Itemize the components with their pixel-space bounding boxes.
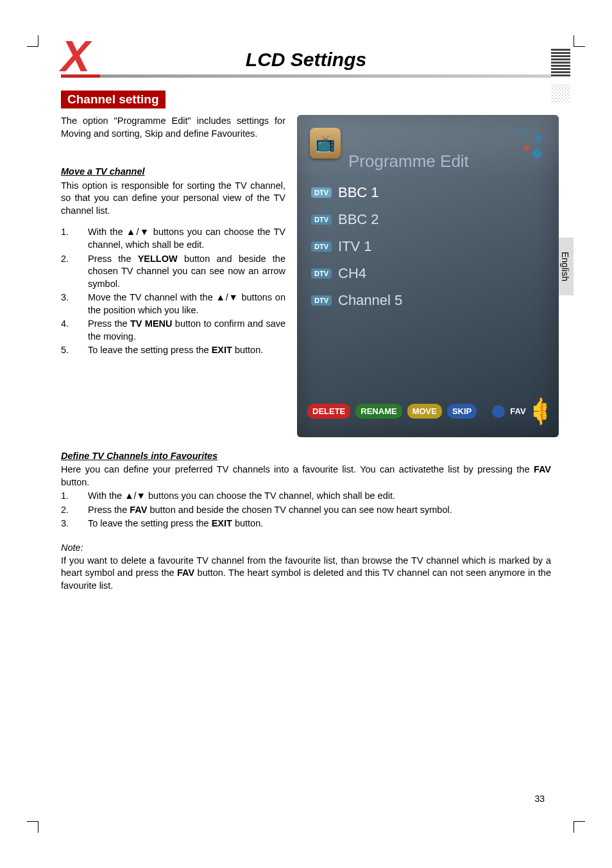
crop-mark — [574, 35, 585, 47]
language-tab: English — [557, 238, 574, 295]
dtv-tag: DTV — [311, 268, 332, 279]
osd-row[interactable]: DTVBBC 2 — [309, 206, 547, 233]
osd-footer: DELETE RENAME MOVE SKIP FAV 👍👎 — [297, 391, 559, 437]
note-label: Note: — [61, 542, 551, 555]
intro-text: The option "Programme Edit" includes set… — [61, 115, 285, 140]
osd-skip-button[interactable]: SKIP — [447, 404, 477, 419]
osd-row[interactable]: DTVITV 1 — [309, 233, 547, 260]
list-item: 3.Move the TV channel with the ▲/▼ butto… — [61, 291, 285, 317]
fav-circle-icon — [492, 405, 505, 418]
osd-row[interactable]: DTVCH4 — [309, 260, 547, 287]
dtv-tag: DTV — [311, 295, 332, 306]
header-x-ornament: X — [61, 41, 90, 72]
list-item: 5.To leave the setting press the EXIT bu… — [61, 344, 285, 357]
dtv-tag: DTV — [311, 214, 332, 225]
thumbs-icon: 👍👎 — [531, 399, 548, 424]
osd-rename-button[interactable]: RENAME — [355, 404, 402, 419]
note-text: If you want to delete a favourite TV cha… — [61, 555, 551, 593]
list-item: 3.To leave the setting press the EXIT bu… — [61, 517, 551, 530]
move-desc: This option is responsible for sorting t… — [61, 180, 285, 218]
osd-move-button[interactable]: MOVE — [407, 404, 442, 419]
move-heading: Move a TV channel — [61, 166, 285, 178]
dtv-tag: DTV — [311, 241, 332, 252]
fav-desc: Here you can define your preferred TV ch… — [61, 464, 551, 489]
list-item: 2.Press the YELLOW button and beside the… — [61, 253, 285, 291]
osd-screenshot: 📺 Programme Edit DTVBBC 1 DTVBBC 2 DTVIT… — [297, 115, 559, 437]
crop-mark — [574, 821, 585, 833]
crop-mark — [27, 35, 38, 47]
osd-row[interactable]: DTVBBC 1 — [309, 179, 547, 206]
dtv-tag: DTV — [311, 187, 332, 198]
move-steps: 1.With the ▲/▼ buttons you can choose th… — [61, 226, 285, 357]
list-item: 2.Press the FAV button and beside the ch… — [61, 504, 551, 517]
osd-title: Programme Edit — [348, 152, 469, 171]
header-dots-ornament — [551, 84, 570, 103]
fav-heading: Define TV Channels into Favourites — [61, 450, 551, 463]
page-header: X LCD Settings — [61, 49, 551, 78]
osd-channel-list: DTVBBC 1 DTVBBC 2 DTVITV 1 DTVCH4 DTVCha… — [297, 179, 559, 391]
list-item: 1.With the ▲/▼ buttons you can choose th… — [61, 226, 285, 251]
list-item: 4.Press the TV MENU button to confirm an… — [61, 318, 285, 343]
header-bars-ornament — [551, 49, 570, 78]
osd-delete-button[interactable]: DELETE — [307, 404, 350, 419]
osd-head-icon: 📺 — [310, 128, 341, 159]
fav-steps: 1.With the ▲/▼ buttons you can choose th… — [61, 490, 551, 530]
osd-row[interactable]: DTVChannel 5 — [309, 287, 547, 314]
section-bar: Channel setting — [61, 91, 166, 108]
page-title: LCD Settings — [61, 49, 551, 71]
osd-decoration-dots — [509, 126, 547, 165]
osd-fav-button[interactable]: FAV — [510, 406, 525, 416]
list-item: 1.With the ▲/▼ buttons you can choose th… — [61, 490, 551, 503]
crop-mark — [27, 821, 38, 833]
